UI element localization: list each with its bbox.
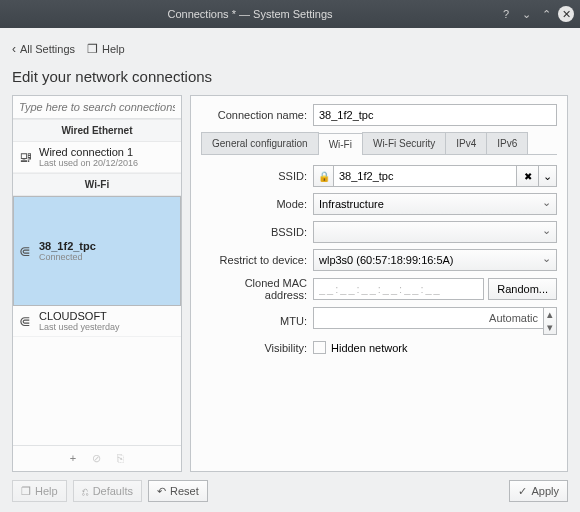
tab-bar: General configuration Wi-Fi Wi-Fi Securi… bbox=[201, 132, 557, 155]
tab-wifi-security[interactable]: Wi-Fi Security bbox=[362, 132, 446, 154]
wifi-icon: ⋐ bbox=[19, 243, 39, 259]
details-panel: Connection name: General configuration W… bbox=[190, 95, 568, 472]
sidebar-item-wifi-38-1f2-tpc[interactable]: ⋐ 38_1f2_tpc Connected bbox=[13, 196, 181, 306]
connections-sidebar: Wired Ethernet 🖳 Wired connection 1 Last… bbox=[12, 95, 182, 472]
apply-button[interactable]: ✓Apply bbox=[509, 480, 568, 502]
help-titlebar-icon[interactable]: ? bbox=[498, 6, 514, 22]
tab-wifi[interactable]: Wi-Fi bbox=[318, 133, 363, 155]
search-input[interactable] bbox=[13, 96, 181, 119]
help-button[interactable]: ❐Help bbox=[12, 480, 67, 502]
hidden-network-label: Hidden network bbox=[331, 342, 407, 354]
all-settings-button[interactable]: ‹ All Settings bbox=[12, 42, 75, 56]
tab-ipv4[interactable]: IPv4 bbox=[445, 132, 487, 154]
section-wifi: Wi-Fi bbox=[13, 173, 181, 196]
tab-ipv6[interactable]: IPv6 bbox=[486, 132, 528, 154]
section-wired: Wired Ethernet bbox=[13, 119, 181, 142]
tab-general[interactable]: General configuration bbox=[201, 132, 319, 154]
maximize-icon[interactable]: ⌃ bbox=[538, 6, 554, 22]
cloned-mac-input[interactable] bbox=[313, 278, 484, 300]
minimize-icon[interactable]: ⌄ bbox=[518, 6, 534, 22]
connection-name-label: Connection name: bbox=[201, 109, 313, 121]
defaults-button[interactable]: ⎌Defaults bbox=[73, 480, 142, 502]
bssid-select[interactable] bbox=[313, 221, 557, 243]
window-title: Connections * — System Settings bbox=[6, 8, 494, 20]
lock-icon: 🔒 bbox=[313, 165, 333, 187]
remove-connection-button[interactable]: ⊘ bbox=[92, 452, 101, 465]
page-title: Edit your network connections bbox=[12, 68, 568, 85]
random-mac-button[interactable]: Random... bbox=[488, 278, 557, 300]
sidebar-item-wifi-cloudsoft[interactable]: ⋐ CLOUDSOFT Last used yesterday bbox=[13, 306, 181, 337]
restrict-device-select[interactable]: wlp3s0 (60:57:18:99:16:5A) bbox=[313, 249, 557, 271]
hidden-network-checkbox[interactable] bbox=[313, 341, 326, 354]
ssid-dropdown-button[interactable]: ⌄ bbox=[539, 165, 557, 187]
mode-select[interactable]: Infrastructure bbox=[313, 193, 557, 215]
undo-icon: ↶ bbox=[157, 485, 166, 498]
mtu-spinner[interactable]: ▴▾ bbox=[543, 307, 557, 335]
help-icon: ❐ bbox=[21, 485, 31, 498]
titlebar: Connections * — System Settings ? ⌄ ⌃ ✕ bbox=[0, 0, 580, 28]
close-icon[interactable]: ✕ bbox=[558, 6, 574, 22]
defaults-icon: ⎌ bbox=[82, 485, 89, 497]
reset-button[interactable]: ↶Reset bbox=[148, 480, 208, 502]
add-connection-button[interactable]: + bbox=[70, 452, 76, 465]
chevron-left-icon: ‹ bbox=[12, 42, 16, 56]
export-connection-button[interactable]: ⎘ bbox=[117, 452, 124, 465]
wifi-icon: ⋐ bbox=[19, 313, 39, 329]
help-book-icon: ❐ bbox=[87, 42, 98, 56]
ssid-input[interactable] bbox=[333, 165, 517, 187]
ethernet-icon: 🖳 bbox=[19, 149, 39, 165]
check-icon: ✓ bbox=[518, 485, 527, 498]
help-nav-button[interactable]: ❐ Help bbox=[87, 42, 125, 56]
mtu-input[interactable] bbox=[313, 307, 543, 329]
connection-name-input[interactable] bbox=[313, 104, 557, 126]
sidebar-item-wired[interactable]: 🖳 Wired connection 1 Last used on 20/12/… bbox=[13, 142, 181, 173]
clear-ssid-button[interactable]: ✖ bbox=[517, 165, 539, 187]
